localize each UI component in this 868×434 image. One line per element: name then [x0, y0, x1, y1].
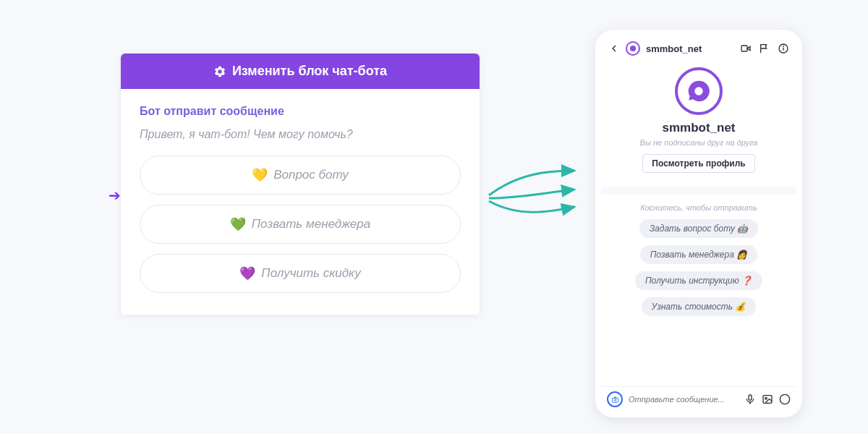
gear-icon — [213, 65, 226, 78]
option-button[interactable]: 💚 Позвать менеджера — [140, 205, 461, 244]
svg-point-4 — [783, 46, 784, 46]
svg-rect-8 — [749, 395, 752, 400]
option-button[interactable]: 💜 Получить скидку — [140, 254, 461, 293]
reply-hint: Коснитесь, чтобы отправить — [614, 203, 783, 212]
option-label: Вопрос боту — [273, 168, 349, 182]
video-icon[interactable] — [740, 43, 752, 54]
phone-preview: smmbot_net smmbot_net Вы не подписаны др… — [595, 29, 803, 418]
image-icon[interactable] — [762, 393, 773, 405]
heart-icon: 💛 — [252, 167, 268, 183]
message-composer — [601, 386, 796, 412]
mic-icon[interactable] — [744, 393, 756, 405]
profile-name: smmbot_net — [601, 121, 796, 135]
option-label: Позвать менеджера — [252, 217, 370, 231]
svg-point-11 — [765, 397, 767, 399]
heart-icon: 💚 — [230, 216, 246, 232]
avatar-small-icon[interactable] — [626, 41, 640, 56]
phone-screen: smmbot_net smmbot_net Вы не подписаны др… — [601, 35, 796, 412]
quick-reply-chip[interactable]: Получить инструкцию ❓ — [635, 271, 762, 290]
svg-point-5 — [694, 87, 702, 95]
quick-reply-chip[interactable]: Позвать менеджера 👩 — [640, 245, 757, 264]
chat-title[interactable]: smmbot_net — [646, 43, 702, 54]
flow-arrow-in-icon: ➔ — [109, 187, 121, 204]
back-icon[interactable] — [608, 43, 620, 54]
flag-icon[interactable] — [759, 43, 770, 54]
avatar-large-icon — [675, 67, 723, 115]
info-icon[interactable] — [778, 43, 789, 54]
option-label: Получить скидку — [261, 266, 360, 281]
editor-header-label: Изменить блок чат-бота — [232, 64, 387, 79]
profile-subtitle: Вы не подписаны друг на друга — [601, 138, 796, 147]
chatbot-block-editor: Изменить блок чат-бота Бот отправит сооб… — [120, 53, 480, 315]
add-icon[interactable] — [779, 393, 791, 405]
chat-profile-block: smmbot_net Вы не подписаны друг на друга… — [601, 60, 796, 183]
message-input[interactable] — [627, 392, 740, 407]
editor-header[interactable]: Изменить блок чат-бота — [121, 54, 480, 89]
editor-body: Бот отправит сообщение Привет, я чат-бот… — [121, 89, 480, 315]
svg-rect-6 — [612, 398, 618, 402]
quick-reply-area: Коснитесь, чтобы отправить Задать вопрос… — [601, 195, 796, 386]
svg-point-7 — [614, 399, 616, 401]
divider — [601, 187, 796, 195]
camera-button[interactable] — [607, 391, 623, 407]
editor-section-label: Бот отправит сообщение — [140, 105, 461, 118]
quick-reply-chip[interactable]: Задать вопрос боту 🤖 — [639, 219, 759, 238]
chat-top-bar: smmbot_net — [601, 35, 796, 60]
option-button[interactable]: 💛 Вопрос боту — [140, 156, 461, 195]
bot-message-text[interactable]: Привет, я чат-бот! Чем могу помочь? — [140, 128, 461, 141]
view-profile-button[interactable]: Посмотреть профиль — [642, 154, 754, 173]
quick-reply-chip[interactable]: Узнать стоимость 💰 — [642, 297, 757, 316]
flow-arrows-out-icon — [489, 168, 583, 233]
heart-icon: 💜 — [239, 265, 255, 281]
